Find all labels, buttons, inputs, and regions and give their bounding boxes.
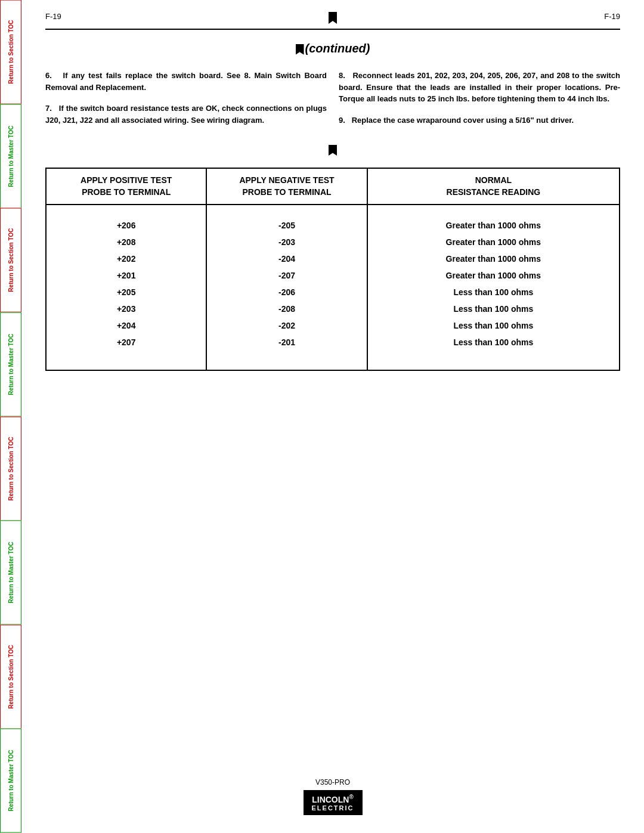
cell-reading: Less than 100 ohms: [367, 284, 620, 301]
page-number-right: F-19: [604, 12, 620, 21]
table-row: +208 -203 Greater than 1000 ohms: [46, 234, 620, 250]
sidebar: Return to Section TOC Return to Master T…: [0, 0, 21, 833]
cell-reading: Less than 100 ohms: [367, 334, 620, 351]
cell-negative: -206: [206, 284, 367, 301]
sidebar-item-master-toc-1[interactable]: Return to Master TOC: [0, 104, 21, 209]
page-number-left: F-19: [45, 12, 61, 21]
cell-reading: Greater than 1000 ohms: [367, 267, 620, 284]
instruction-item-8: 8. Reconnect leads 201, 202, 203, 204, 2…: [339, 70, 620, 105]
cell-negative: -204: [206, 250, 367, 267]
instruction-item-9: 9. Replace the case wraparound cover usi…: [339, 114, 620, 126]
cell-reading: Less than 100 ohms: [367, 317, 620, 334]
cell-reading: Greater than 1000 ohms: [367, 217, 620, 234]
cell-negative: -207: [206, 267, 367, 284]
table-row: +205 -206 Less than 100 ohms: [46, 284, 620, 301]
instruction-9-text: 9. Replace the case wraparound cover usi…: [339, 114, 620, 126]
cell-reading: Less than 100 ohms: [367, 301, 620, 317]
cell-positive: +202: [46, 250, 206, 267]
cell-negative: -202: [206, 317, 367, 334]
cell-reading: Greater than 1000 ohms: [367, 234, 620, 250]
table-row: +204 -202 Less than 100 ohms: [46, 317, 620, 334]
sidebar-item-section-toc-1[interactable]: Return to Section TOC: [0, 0, 21, 104]
cell-negative: -205: [206, 217, 367, 234]
page-footer: V350-PRO LINCOLN® ELECTRIC: [45, 778, 620, 815]
instruction-6-text: 6. If any test fails replace the switch …: [45, 70, 327, 93]
instructions-layout: 6. If any test fails replace the switch …: [45, 70, 620, 133]
cell-positive: +206: [46, 217, 206, 234]
table-row: +203 -208 Less than 100 ohms: [46, 301, 620, 317]
table-header-row: APPLY POSITIVE TEST PROBE TO TERMINAL AP…: [46, 168, 620, 205]
header-bookmark-icon: [329, 12, 337, 24]
instruction-item-7: 7. If the switch board resistance tests …: [45, 103, 327, 126]
resistance-table: APPLY POSITIVE TEST PROBE TO TERMINAL AP…: [45, 168, 620, 371]
sidebar-item-section-toc-2[interactable]: Return to Section TOC: [0, 208, 21, 312]
table-row: +206 -205 Greater than 1000 ohms: [46, 217, 620, 234]
brand-name: LINCOLN®: [312, 795, 354, 804]
table-row: +207 -201 Less than 100 ohms: [46, 334, 620, 351]
separator-bookmark-icon: [329, 145, 337, 156]
instruction-item-6: 6. If any test fails replace the switch …: [45, 70, 327, 93]
footer-model: V350-PRO: [45, 778, 620, 786]
sidebar-item-section-toc-4[interactable]: Return to Section TOC: [0, 625, 21, 729]
cell-positive: +204: [46, 317, 206, 334]
cell-positive: +201: [46, 267, 206, 284]
sidebar-item-master-toc-2[interactable]: Return to Master TOC: [0, 312, 21, 417]
cell-positive: +203: [46, 301, 206, 317]
col-header-positive: APPLY POSITIVE TEST PROBE TO TERMINAL: [46, 168, 206, 205]
col-header-normal: NORMAL RESISTANCE READING: [367, 168, 620, 205]
sidebar-item-section-toc-3[interactable]: Return to Section TOC: [0, 417, 21, 521]
title-bookmark-icon: [296, 44, 304, 55]
header-center: [329, 12, 337, 25]
brand-sub: ELECTRIC: [312, 804, 354, 812]
cell-positive: +205: [46, 284, 206, 301]
cell-reading: Greater than 1000 ohms: [367, 250, 620, 267]
instructions-left: 6. If any test fails replace the switch …: [45, 70, 327, 133]
cell-negative: -203: [206, 234, 367, 250]
cell-negative: -201: [206, 334, 367, 351]
page-title: (continued): [45, 42, 620, 55]
cell-positive: +207: [46, 334, 206, 351]
table-row: +202 -204 Greater than 1000 ohms: [46, 250, 620, 267]
sidebar-item-master-toc-3[interactable]: Return to Master TOC: [0, 521, 21, 625]
instruction-8-text: 8. Reconnect leads 201, 202, 203, 204, 2…: [339, 70, 620, 105]
instructions-right: 8. Reconnect leads 201, 202, 203, 204, 2…: [339, 70, 620, 133]
section-separator: [45, 145, 620, 156]
instruction-7-text: 7. If the switch board resistance tests …: [45, 103, 327, 126]
page-header: F-19 F-19: [45, 12, 620, 30]
lincoln-electric-logo: LINCOLN® ELECTRIC: [304, 790, 363, 815]
main-content: F-19 F-19 (continued) 6. If any test fai…: [21, 0, 644, 833]
table-row: +201 -207 Greater than 1000 ohms: [46, 267, 620, 284]
col-header-negative: APPLY NEGATIVE TEST PROBE TO TERMINAL: [206, 168, 367, 205]
cell-positive: +208: [46, 234, 206, 250]
cell-negative: -208: [206, 301, 367, 317]
sidebar-item-master-toc-4[interactable]: Return to Master TOC: [0, 729, 21, 833]
